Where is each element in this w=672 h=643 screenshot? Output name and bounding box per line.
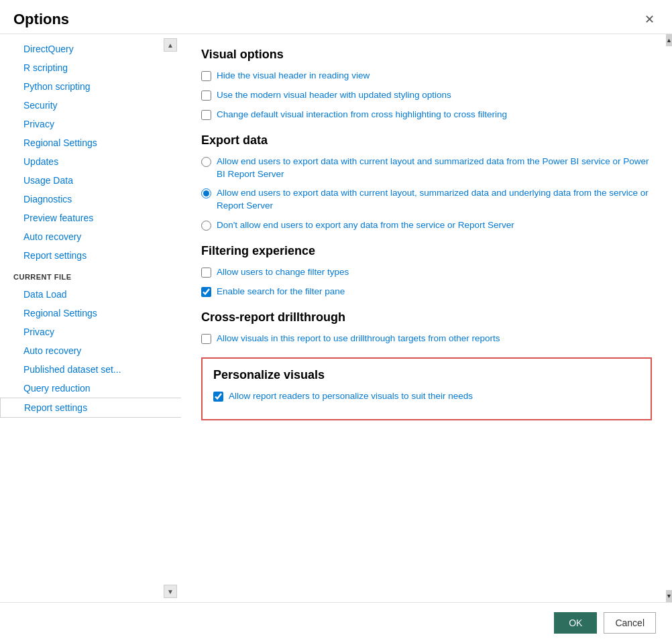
input-allow-filter-types[interactable] — [201, 268, 211, 278]
section-title-export-data: Export data — [201, 133, 652, 148]
sidebar-current-file-section: Data LoadRegional SettingsPrivacyAuto re… — [0, 285, 181, 418]
main-down-arrow[interactable]: ▼ — [666, 590, 672, 602]
option-item-change-default: Change default visual interaction from c… — [201, 109, 652, 121]
label-allow-filter-types: Allow users to change filter types — [217, 266, 349, 279]
ok-button[interactable]: OK — [554, 612, 597, 634]
label-allow-drillthrough: Allow visuals in this report to use dril… — [217, 333, 500, 345]
section-filtering-experience: Filtering experienceAllow users to chang… — [201, 244, 652, 298]
section-title-personalize-visuals: Personalize visuals — [213, 368, 640, 382]
option-item-enable-search: Enable search for the filter pane — [201, 286, 652, 298]
dialog-footer: OK Cancel — [0, 602, 672, 643]
input-allow-drillthrough[interactable] — [201, 334, 211, 344]
main-sections: Visual optionsHide the visual header in … — [201, 48, 652, 420]
sidebar-item-data-load[interactable]: Data Load — [0, 285, 181, 304]
main-scroll-up-arrow-container: ▲ — [666, 34, 672, 46]
main-scroll[interactable]: Visual optionsHide the visual header in … — [181, 34, 672, 602]
label-modern-header: Use the modern visual header with update… — [217, 89, 451, 102]
main-up-arrow[interactable]: ▲ — [666, 34, 672, 46]
label-export-layout-summarized: Allow end users to export data with curr… — [217, 156, 652, 181]
sidebar-item-privacy-cf[interactable]: Privacy — [0, 323, 181, 341]
sidebar-item-report-settings[interactable]: Report settings — [0, 246, 181, 265]
input-modern-header[interactable] — [201, 91, 211, 101]
options-dialog: Options ✕ DirectQueryR scriptingPython s… — [0, 0, 672, 643]
sidebar-item-regional-settings-cf[interactable]: Regional Settings — [0, 304, 181, 323]
close-button[interactable]: ✕ — [640, 11, 659, 28]
input-export-none[interactable] — [201, 221, 211, 231]
label-hide-header: Hide the visual header in reading view — [217, 70, 370, 82]
sidebar-item-diagnostics[interactable]: Diagnostics — [0, 190, 181, 209]
sidebar-item-query-reduction[interactable]: Query reduction — [0, 379, 181, 398]
input-export-all[interactable] — [201, 188, 211, 198]
option-item-hide-header: Hide the visual header in reading view — [201, 70, 652, 82]
sidebar-scroll[interactable]: DirectQueryR scriptingPython scriptingSe… — [0, 40, 181, 597]
section-title-visual-options: Visual options — [201, 48, 652, 62]
label-enable-search: Enable search for the filter pane — [217, 286, 345, 298]
input-enable-search[interactable] — [201, 287, 211, 297]
sidebar-item-directquery[interactable]: DirectQuery — [0, 40, 181, 58]
label-allow-personalize: Allow report readers to personalize visu… — [229, 390, 473, 403]
sidebar-item-regional-settings[interactable]: Regional Settings — [0, 133, 181, 152]
option-item-allow-personalize: Allow report readers to personalize visu… — [213, 390, 640, 403]
section-cross-report: Cross-report drillthroughAllow visuals i… — [201, 310, 652, 345]
option-item-export-layout-summarized: Allow end users to export data with curr… — [201, 156, 652, 181]
sidebar-item-updates[interactable]: Updates — [0, 152, 181, 171]
sidebar-item-r-scripting[interactable]: R scripting — [0, 58, 181, 77]
main-scroll-down-arrow-container: ▼ — [666, 590, 672, 602]
section-title-filtering-experience: Filtering experience — [201, 244, 652, 258]
sidebar-scroll-up-arrow[interactable]: ▲ — [164, 38, 177, 52]
sidebar-scroll-bottom: ▼ — [164, 585, 177, 598]
option-item-modern-header: Use the modern visual header with update… — [201, 89, 652, 102]
input-export-layout-summarized[interactable] — [201, 157, 211, 167]
sidebar-item-python-scripting[interactable]: Python scripting — [0, 77, 181, 96]
sidebar-scroll-down-arrow[interactable]: ▼ — [164, 585, 177, 598]
cancel-button[interactable]: Cancel — [604, 612, 656, 634]
section-visual-options: Visual optionsHide the visual header in … — [201, 48, 652, 121]
dialog-body: DirectQueryR scriptingPython scriptingSe… — [0, 34, 672, 602]
option-item-allow-drillthrough: Allow visuals in this report to use dril… — [201, 333, 652, 345]
dialog-title: Options — [13, 11, 69, 28]
sidebar-item-privacy[interactable]: Privacy — [0, 115, 181, 133]
option-item-export-all: Allow end users to export data with curr… — [201, 187, 652, 213]
sidebar-item-usage-data[interactable]: Usage Data — [0, 171, 181, 190]
sidebar-global-section: DirectQueryR scriptingPython scriptingSe… — [0, 40, 181, 265]
input-allow-personalize[interactable] — [213, 392, 223, 402]
section-title-cross-report: Cross-report drillthrough — [201, 310, 652, 325]
sidebar-scroll-top: ▲ — [164, 38, 177, 52]
label-export-all: Allow end users to export data with curr… — [217, 187, 652, 213]
option-item-export-none: Don't allow end users to export any data… — [201, 219, 652, 232]
sidebar-item-auto-recovery-cf[interactable]: Auto recovery — [0, 341, 181, 360]
sidebar-item-published-dataset-set[interactable]: Published dataset set... — [0, 360, 181, 379]
input-hide-header[interactable] — [201, 71, 211, 81]
sidebar-section-label: CURRENT FILE — [0, 265, 181, 285]
sidebar-item-preview-features[interactable]: Preview features — [0, 209, 181, 227]
sidebar-item-security[interactable]: Security — [0, 96, 181, 115]
option-item-allow-filter-types: Allow users to change filter types — [201, 266, 652, 279]
label-change-default: Change default visual interaction from c… — [217, 109, 507, 121]
sidebar-item-auto-recovery[interactable]: Auto recovery — [0, 227, 181, 246]
title-bar: Options ✕ — [0, 0, 672, 34]
section-export-data: Export dataAllow end users to export dat… — [201, 133, 652, 232]
sidebar: DirectQueryR scriptingPython scriptingSe… — [0, 34, 181, 602]
section-personalize-visuals: Personalize visualsAllow report readers … — [201, 357, 652, 420]
input-change-default[interactable] — [201, 110, 211, 120]
main-content: Visual optionsHide the visual header in … — [181, 34, 672, 602]
sidebar-item-report-settings-cf[interactable]: Report settings — [0, 398, 181, 418]
label-export-none: Don't allow end users to export any data… — [217, 219, 514, 232]
